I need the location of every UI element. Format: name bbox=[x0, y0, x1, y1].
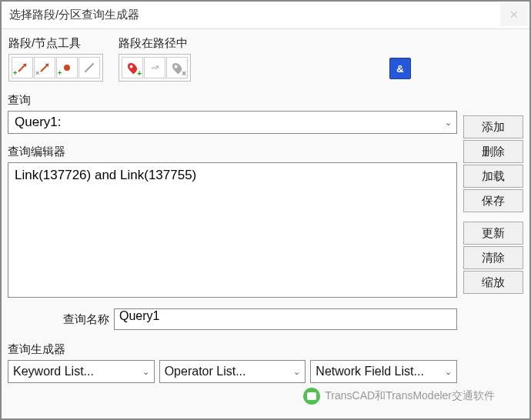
link-node-tool-buttons: + × + bbox=[8, 54, 103, 82]
field-combo[interactable]: Network Field List... ⌄ bbox=[310, 360, 457, 383]
zoom-button[interactable]: 缩放 bbox=[463, 271, 523, 294]
editor-label: 查询编辑器 bbox=[8, 145, 457, 159]
add-button[interactable]: 添加 bbox=[463, 115, 523, 138]
close-button[interactable]: ✕ bbox=[500, 3, 528, 26]
query-label: 查询 bbox=[8, 93, 457, 108]
chevron-down-icon: ⌄ bbox=[439, 112, 456, 133]
load-button[interactable]: 加载 bbox=[463, 165, 523, 188]
add-link-tool[interactable]: + bbox=[12, 57, 33, 78]
add-node-tool[interactable]: + bbox=[56, 57, 78, 78]
query-editor[interactable]: Link(137726) and Link(137755) bbox=[8, 162, 457, 298]
and-operator-button[interactable]: & bbox=[389, 58, 411, 79]
clear-tool[interactable] bbox=[78, 57, 100, 78]
chevron-down-icon: ⌄ bbox=[293, 367, 300, 377]
arrow-icon: ↝ bbox=[149, 62, 160, 75]
close-icon: ✕ bbox=[509, 8, 519, 21]
side-buttons: 添加 删除 加载 保存 更新 清除 缩放 bbox=[463, 35, 523, 412]
query-editor-text: Link(137726) and Link(137755) bbox=[15, 168, 196, 182]
chevron-down-icon: ⌄ bbox=[445, 367, 452, 377]
link-on-path-tool-group: 路段在路径中 + ↝ × bbox=[118, 35, 192, 82]
and-icon: & bbox=[396, 63, 403, 75]
toolbar-row: 路段/节点工具 + × + bbox=[8, 35, 457, 82]
dialog-window: 选择路段/分区查询生成器 ✕ 路段/节点工具 + × bbox=[0, 0, 531, 420]
save-button[interactable]: 保存 bbox=[463, 189, 523, 212]
query-combo[interactable]: Query1: ⌄ bbox=[8, 111, 457, 134]
query-name-label: 查询名称 bbox=[63, 312, 109, 327]
plus-icon: + bbox=[137, 69, 142, 78]
plus-icon: + bbox=[13, 69, 17, 77]
pencil-icon bbox=[18, 63, 26, 72]
link-on-path-label: 路段在路径中 bbox=[119, 36, 191, 51]
plus-icon: + bbox=[58, 69, 62, 77]
query-name-input[interactable]: Query1 bbox=[114, 308, 457, 330]
query-name-value: Query1 bbox=[119, 309, 159, 322]
pencil-icon bbox=[40, 63, 48, 72]
operator-combo[interactable]: Operator List... ⌄ bbox=[159, 360, 306, 383]
dialog-body: 路段/节点工具 + × + bbox=[2, 29, 529, 418]
query-name-row: 查询名称 Query1 bbox=[8, 308, 457, 330]
operator-combo-value: Operator List... bbox=[165, 365, 294, 378]
title-bar: 选择路段/分区查询生成器 ✕ bbox=[2, 2, 529, 29]
keyword-combo-value: Keyword List... bbox=[13, 365, 142, 378]
route-tool[interactable]: ↝ bbox=[144, 57, 165, 78]
minus-icon: × bbox=[35, 69, 39, 77]
builder-row: Keyword List... ⌄ Operator List... ⌄ Net… bbox=[8, 360, 457, 383]
slash-icon bbox=[85, 63, 95, 73]
dot-icon bbox=[64, 65, 70, 71]
left-column: 路段/节点工具 + × + bbox=[8, 35, 457, 412]
chevron-down-icon: ⌄ bbox=[142, 367, 149, 377]
link-node-tool-group: 路段/节点工具 + × + bbox=[8, 35, 104, 82]
field-combo-value: Network Field List... bbox=[316, 365, 445, 378]
cross-icon: × bbox=[182, 69, 186, 78]
remove-link-tool[interactable]: × bbox=[34, 57, 55, 78]
builder-label: 查询生成器 bbox=[8, 342, 457, 357]
link-on-path-tool-buttons: + ↝ × bbox=[119, 54, 191, 82]
query-combo-value: Query1: bbox=[8, 115, 439, 130]
window-title: 选择路段/分区查询生成器 bbox=[9, 8, 139, 22]
add-pin-tool[interactable]: + bbox=[122, 57, 143, 78]
remove-pin-tool[interactable]: × bbox=[166, 57, 188, 78]
keyword-combo[interactable]: Keyword List... ⌄ bbox=[8, 360, 155, 383]
delete-button[interactable]: 删除 bbox=[463, 140, 523, 163]
link-node-label: 路段/节点工具 bbox=[8, 36, 103, 51]
update-button[interactable]: 更新 bbox=[463, 222, 523, 245]
clear-button[interactable]: 清除 bbox=[463, 246, 523, 269]
